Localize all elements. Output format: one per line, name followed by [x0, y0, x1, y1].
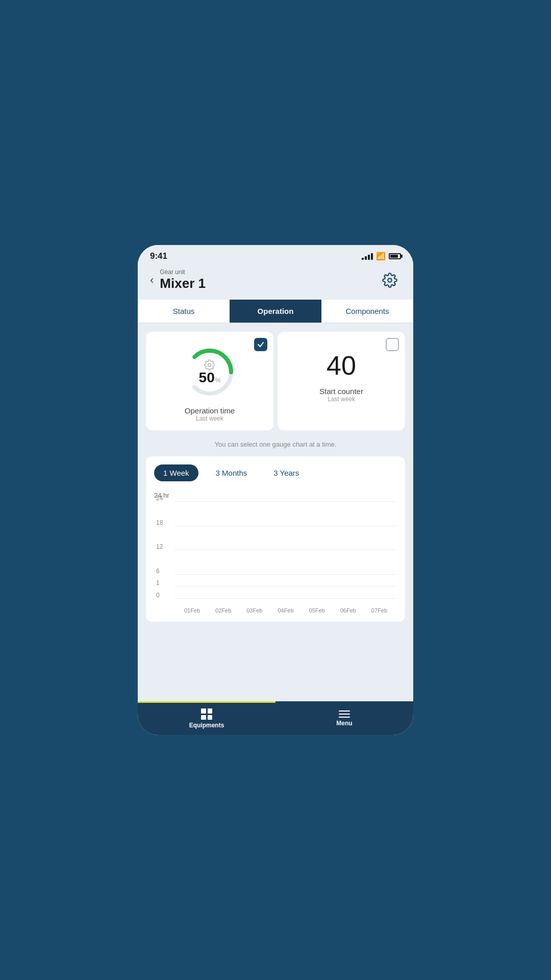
bars-container — [174, 501, 397, 598]
operation-time-sublabel: Last week — [196, 415, 223, 422]
battery-icon — [389, 253, 401, 259]
start-counter-checkbox[interactable] — [386, 338, 399, 351]
grid-label-24: 24 — [156, 495, 163, 502]
x-label: 03Feb — [239, 607, 270, 614]
header-left: ‹ Gear unit Mixer 1 — [150, 268, 206, 291]
signal-icon — [362, 253, 373, 260]
filter-3months[interactable]: 3 Months — [207, 464, 257, 481]
back-button[interactable]: ‹ — [150, 274, 154, 287]
grid-label-1: 1 — [156, 579, 160, 586]
gauge-circle: 50 % — [182, 344, 238, 400]
nav-equipments[interactable]: Equipments — [138, 701, 276, 735]
tab-status[interactable]: Status — [138, 300, 230, 323]
start-counter-sublabel: Last week — [328, 396, 355, 403]
chart-area: 24 18 12 6 1 — [154, 501, 397, 614]
nav-equipments-label: Equipments — [189, 722, 224, 729]
tab-operation[interactable]: Operation — [230, 300, 321, 323]
operation-time-unit: % — [215, 377, 221, 384]
status-icons: 📶 — [362, 252, 401, 261]
start-counter-value: 40 — [327, 350, 356, 381]
svg-point-3 — [208, 363, 211, 366]
header-title-group: Gear unit Mixer 1 — [160, 268, 206, 291]
operation-time-checkbox[interactable] — [254, 338, 267, 351]
phone-frame: 9:41 📶 ‹ Gear unit Mixer 1 — [138, 245, 413, 735]
time-filters: 1 Week 3 Months 3 Years — [154, 464, 397, 481]
status-time: 9:41 — [150, 251, 167, 261]
operation-time-icon — [204, 359, 215, 371]
x-label: 05Feb — [302, 607, 333, 614]
grid-line-0: 0 — [174, 598, 397, 599]
status-bar: 9:41 📶 — [138, 245, 413, 264]
operation-time-card: 50 % Operation time Last week — [146, 332, 273, 430]
check-icon — [257, 341, 264, 348]
x-labels: 01Feb02Feb03Feb04Feb05Feb06Feb07Feb — [174, 607, 397, 614]
main-content: 50 % Operation time Last week 40 Start c… — [138, 324, 413, 701]
tab-components[interactable]: Components — [321, 300, 413, 323]
operation-time-value: 50 — [199, 371, 215, 385]
gauge-cards-row: 50 % Operation time Last week 40 Start c… — [146, 332, 405, 430]
settings-button[interactable] — [379, 269, 401, 291]
page-title: Mixer 1 — [160, 276, 206, 291]
grid-label-0: 0 — [156, 592, 160, 599]
wifi-icon: 📶 — [376, 252, 386, 261]
chart-section: 1 Week 3 Months 3 Years 24 hr 24 18 — [146, 456, 405, 622]
filter-1week[interactable]: 1 Week — [154, 464, 198, 481]
tabs-container: Status Operation Components — [138, 300, 413, 324]
x-label: 04Feb — [270, 607, 301, 614]
start-counter-label: Start counter — [319, 387, 363, 396]
x-label: 07Feb — [364, 607, 395, 614]
grid-label-12: 12 — [156, 543, 163, 550]
header-subtitle: Gear unit — [160, 268, 206, 276]
filter-3years[interactable]: 3 Years — [264, 464, 308, 481]
nav-menu[interactable]: Menu — [276, 701, 413, 735]
x-label: 06Feb — [333, 607, 364, 614]
info-text: You can select one gauge chart at a time… — [146, 436, 405, 456]
grid-label-18: 18 — [156, 519, 163, 526]
x-label: 01Feb — [177, 607, 208, 614]
bottom-nav: Equipments Menu — [138, 701, 413, 735]
x-label: 02Feb — [208, 607, 239, 614]
svg-point-0 — [388, 278, 392, 282]
chart-y-axis-label: 24 hr — [154, 492, 397, 499]
nav-menu-label: Menu — [336, 720, 352, 727]
equipments-icon — [201, 708, 212, 720]
gauge-center: 50 % — [199, 359, 221, 385]
start-counter-card: 40 Start counter Last week — [278, 332, 405, 430]
gear-icon — [382, 273, 397, 288]
menu-icon — [339, 710, 350, 718]
grid-label-6: 6 — [156, 568, 160, 575]
header: ‹ Gear unit Mixer 1 — [138, 264, 413, 300]
